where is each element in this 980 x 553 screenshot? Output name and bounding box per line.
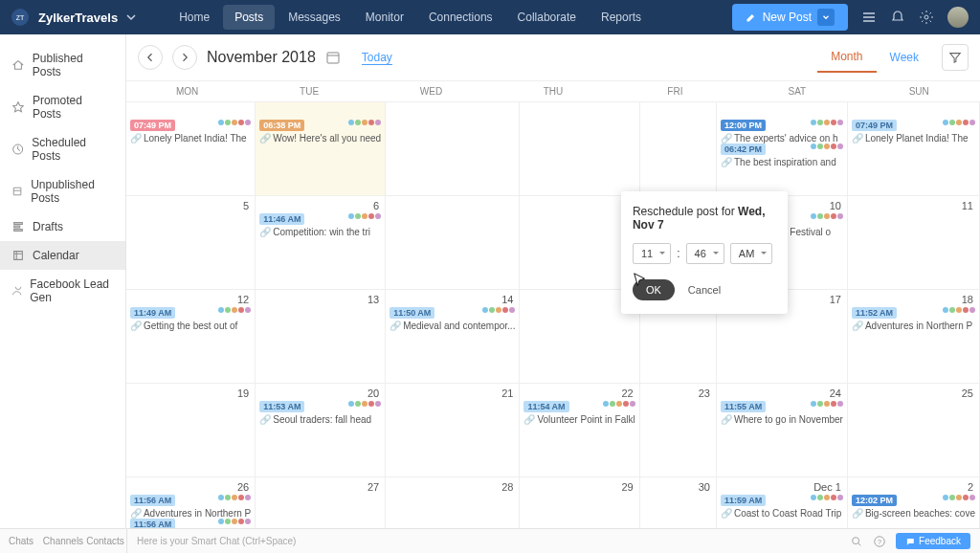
chevron-down-icon[interactable] [123, 10, 139, 25]
footer: Chats Channels Contacts Here is your Sma… [0, 528, 980, 553]
event-title[interactable]: 🔗Medieval and contempor... [390, 321, 515, 331]
event-time: 07:49 PM [852, 120, 897, 131]
event-title[interactable]: 🔗Getting the best out of [130, 321, 251, 331]
calendar-cell[interactable]: 12:00 PM🔗The experts' advice on h06:42 P… [717, 102, 848, 196]
calendar-cell[interactable]: 06:38 PM🔗Wow! Here's all you need [256, 102, 386, 196]
footer-chats[interactable]: Chats [0, 536, 42, 546]
sidebar-icon [11, 249, 25, 262]
nav-home[interactable]: Home [167, 5, 221, 30]
calendar-cell[interactable]: 2211:54 AM🔗Volunteer Point in Falkl [520, 384, 639, 477]
event-time: 11:55 AM [721, 401, 766, 412]
prev-month-button[interactable] [138, 45, 163, 70]
next-month-button[interactable] [172, 45, 197, 70]
event-time: 11:59 AM [721, 495, 766, 506]
event-time: 11:50 AM [390, 307, 434, 319]
sidebar-item-promoted-posts[interactable]: Promoted Posts [0, 86, 125, 128]
calendar-cell[interactable]: 25 [848, 384, 980, 477]
event-title[interactable]: 🔗The experts' advice on h [721, 133, 843, 144]
calendar-cell[interactable]: 13 [256, 290, 386, 384]
day-number: 27 [368, 481, 379, 493]
event-time: 11:46 AM [259, 213, 304, 225]
calendar-icon[interactable] [325, 50, 341, 65]
new-post-chevron[interactable] [817, 9, 835, 26]
footer-search[interactable]: Here is your Smart Chat (Ctrl+Space) [126, 529, 840, 553]
calendar-cell[interactable]: 1811:52 AM🔗Adventures in Northern P [848, 290, 980, 384]
calendar-cell[interactable] [520, 102, 639, 196]
calendar-cell[interactable]: 611:46 AM🔗Competition: win the tri [256, 196, 386, 290]
calendar-cell[interactable]: 21 [386, 384, 520, 477]
dow-SAT: SAT [736, 81, 858, 101]
footer-contacts[interactable]: Contacts [84, 536, 126, 546]
dow-WED: WED [370, 81, 492, 101]
view-week[interactable]: Week [877, 43, 932, 72]
day-number: 17 [830, 294, 841, 305]
brand-name[interactable]: ZylkerTravels [38, 11, 118, 25]
help-icon[interactable]: ? [873, 535, 886, 548]
ok-button[interactable]: OK [633, 279, 675, 300]
filter-button[interactable] [942, 44, 969, 71]
view-month[interactable]: Month [817, 42, 876, 73]
event-title[interactable]: 🔗The best inspiration and [721, 157, 843, 167]
event-title[interactable]: 🔗Adventures in Northern P [130, 508, 251, 519]
event-title[interactable]: 🔗Where to go in November [721, 414, 843, 425]
calendar-cell[interactable]: 2011:53 AM🔗Seoul traders: fall head [256, 384, 386, 477]
calendar-cell[interactable] [640, 102, 717, 196]
event-title[interactable]: 🔗Lonely Planet India! The [852, 133, 975, 144]
event-title[interactable]: 🔗Lonely Planet India! The [130, 133, 251, 144]
gear-icon[interactable] [919, 10, 934, 25]
calendar-cell[interactable]: 19 [126, 384, 256, 477]
search-icon[interactable] [850, 535, 863, 548]
day-number: 2 [968, 481, 973, 493]
nav-reports[interactable]: Reports [590, 5, 653, 30]
bell-icon[interactable] [890, 10, 905, 25]
minute-select[interactable]: 46 [686, 243, 724, 264]
event-title[interactable]: 🔗Coast to Coast Road Trip [721, 508, 843, 519]
event-title[interactable]: 🔗Competition: win the tri [259, 227, 381, 237]
sidebar-item-facebook-lead-gen[interactable]: Facebook Lead Gen [0, 270, 125, 312]
calendar-cell[interactable]: 11 [848, 196, 980, 290]
calendar-cell[interactable]: 07:49 PM🔗Lonely Planet India! The [848, 102, 980, 196]
sidebar-icon [11, 284, 22, 298]
calendar-cell[interactable]: 2411:55 AM🔗Where to go in November [717, 384, 848, 477]
day-number: 26 [237, 481, 249, 493]
sidebar-item-calendar[interactable]: Calendar [0, 241, 125, 270]
event-title[interactable]: 🔗Adventures in Northern P [852, 321, 975, 331]
calendar-cell[interactable]: 5 [126, 196, 256, 290]
calendar-cell[interactable] [386, 196, 520, 290]
day-number: 30 [699, 481, 710, 493]
calendar-cell[interactable] [386, 102, 520, 196]
nav-collaborate[interactable]: Collaborate [506, 5, 588, 30]
event-title[interactable]: 🔗Seoul traders: fall head [259, 414, 381, 425]
event-title[interactable]: 🔗Volunteer Point in Falkl [523, 414, 635, 425]
calendar-cell[interactable]: 1411:50 AM🔗Medieval and contempor... [386, 290, 520, 384]
nav-connections[interactable]: Connections [417, 5, 504, 30]
calendar-cell[interactable]: 23 [640, 384, 717, 477]
calendar-grid: 07:49 PM🔗Lonely Planet India! The06:38 P… [126, 102, 980, 553]
nav-messages[interactable]: Messages [277, 5, 352, 30]
calendar-main: November 2018 Today Month Week MONTUEWED… [126, 34, 980, 553]
event-time: 06:38 PM [259, 120, 304, 131]
nav-posts[interactable]: Posts [223, 5, 275, 30]
nav-monitor[interactable]: Monitor [354, 5, 415, 30]
event-title[interactable]: 🔗Big-screen beaches: cove [852, 508, 975, 519]
avatar[interactable] [947, 7, 969, 28]
ampm-select[interactable]: AM [730, 243, 773, 264]
cancel-button[interactable]: Cancel [688, 284, 721, 296]
calendar-cell[interactable]: 1211:49 AM🔗Getting the best out of [126, 290, 256, 384]
day-number: 12 [237, 294, 249, 305]
sidebar-item-scheduled-posts[interactable]: Scheduled Posts [0, 128, 125, 170]
event-title[interactable]: 🔗Wow! Here's all you need [259, 133, 381, 144]
calendar-cell[interactable]: 07:49 PM🔗Lonely Planet India! The [126, 102, 256, 196]
day-number: 28 [501, 481, 513, 493]
today-link[interactable]: Today [362, 51, 392, 65]
sidebar-item-drafts[interactable]: Drafts [0, 212, 125, 241]
feedback-button[interactable]: Feedback [896, 533, 970, 549]
hour-select[interactable]: 11 [633, 243, 671, 264]
event-time: 11:49 AM [130, 307, 175, 319]
new-post-button[interactable]: New Post [732, 4, 848, 31]
footer-channels[interactable]: Channels [42, 536, 84, 546]
list-icon[interactable] [861, 10, 877, 25]
sidebar-item-published-posts[interactable]: Published Posts [0, 44, 125, 86]
day-number: 6 [373, 200, 379, 211]
sidebar-item-unpublished-posts[interactable]: Unpublished Posts [0, 170, 125, 212]
